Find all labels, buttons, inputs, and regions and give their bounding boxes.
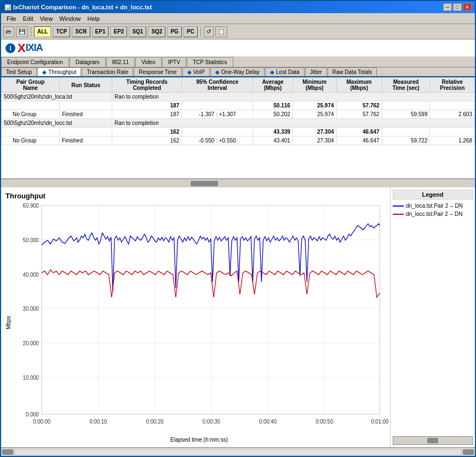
tab-tcp-statistics[interactable]: TCP Statistics xyxy=(187,57,233,67)
col-maximum: Maximum(Mbps) xyxy=(336,78,382,93)
svg-rect-0 xyxy=(42,205,380,414)
status-cell: Finished xyxy=(60,110,112,119)
toolbar-separator-2 xyxy=(200,27,201,37)
svg-text:20.000: 20.000 xyxy=(23,340,39,346)
col-average: Average(Mbps) xyxy=(253,78,293,93)
tab-transaction-rate[interactable]: Transaction Rate xyxy=(82,67,133,76)
tab-iptv[interactable]: IPTV xyxy=(162,57,186,67)
filter-ep2[interactable]: EP2 xyxy=(110,26,127,37)
col-run-status: Run Status xyxy=(60,78,112,93)
menu-window[interactable]: Window xyxy=(56,15,84,22)
window-title: IxChariot Comparison - dn_loca.tst + dn_… xyxy=(13,4,152,10)
average-cell: 43.339 xyxy=(253,128,293,136)
main-content: Throughput Mbps xyxy=(1,187,475,447)
toolbar-save[interactable]: 💾 xyxy=(16,26,28,37)
col-minimum: Minimum(Mbps) xyxy=(293,78,336,93)
logo-text: IXIA xyxy=(26,42,43,54)
table-row: 162 43.339 27.304 46.647 xyxy=(2,128,475,136)
throughput-icon: ◆ xyxy=(42,69,47,75)
timing-cell: 187 xyxy=(112,101,182,110)
filter-sq1[interactable]: SQ1 xyxy=(129,26,146,37)
tab-lost-data[interactable]: ◆Lost Data xyxy=(265,67,305,76)
minimum-cell: 27.304 xyxy=(293,136,336,145)
timing-cell: 162 xyxy=(112,136,182,145)
toolbar-open[interactable]: 🗁 xyxy=(3,26,14,37)
chart-inner: 60.900 50.000 40.000 30.000 20.000 10.00… xyxy=(13,202,386,443)
tab-raw-data-totals[interactable]: Raw Data Totals xyxy=(328,67,377,76)
status-cell xyxy=(60,101,112,110)
svg-text:0:00:00: 0:00:00 xyxy=(33,418,50,424)
tab-test-setup[interactable]: Test Setup xyxy=(1,67,37,76)
svg-text:0:00:30: 0:00:30 xyxy=(203,418,220,424)
tabs-row2: Test Setup ◆Throughput Transaction Rate … xyxy=(1,67,475,77)
svg-text:0:01:00: 0:01:00 xyxy=(371,418,388,424)
tab-endpoint-config[interactable]: Endpoint Configuration xyxy=(1,57,69,67)
menu-edit[interactable]: Edit xyxy=(20,15,37,22)
col-pair-group: Pair GroupName xyxy=(2,78,60,93)
logo-bar: i X IXIA xyxy=(1,39,475,57)
svg-text:30.000: 30.000 xyxy=(23,306,39,312)
minimum-cell: 27.304 xyxy=(293,128,336,136)
close-button[interactable]: ✕ xyxy=(463,3,472,11)
average-cell: 43.401 xyxy=(253,136,293,145)
table-row: No Group Finished 187 -1.307 : +1.307 50… xyxy=(2,110,475,119)
filter-all[interactable]: ALL xyxy=(34,26,51,37)
precision-cell: 2.603 xyxy=(430,110,475,119)
tab-response-time[interactable]: Response Time xyxy=(134,67,181,76)
table-h-scrollbar[interactable] xyxy=(1,179,475,187)
measured-cell xyxy=(382,101,430,110)
table-row: 500\5ghz\20mhz\dn_locc.tst Ran to comple… xyxy=(2,119,475,128)
tab-throughput[interactable]: ◆Throughput xyxy=(37,67,81,76)
chart-svg: 60.900 50.000 40.000 30.000 20.000 10.00… xyxy=(13,202,386,436)
svg-text:60.900: 60.900 xyxy=(23,203,39,209)
maximize-button[interactable]: □ xyxy=(453,3,462,11)
chart-wrapper: Mbps xyxy=(5,202,386,443)
legend-line-2 xyxy=(393,214,404,215)
legend-label-2: dn_locc.tst:Pair 2 -- DN xyxy=(406,211,462,217)
col-confidence: 95% ConfidenceInterval xyxy=(182,78,253,93)
menu-file[interactable]: File xyxy=(3,15,20,22)
confidence-cell xyxy=(182,101,253,110)
status-cell xyxy=(60,128,112,136)
filter-tcp[interactable]: TCP xyxy=(53,26,70,37)
filter-scr[interactable]: SCR xyxy=(72,26,90,37)
average-cell: 50.202 xyxy=(253,110,293,119)
toolbar-export[interactable]: 📋 xyxy=(215,26,227,37)
filter-sq2[interactable]: SQ2 xyxy=(148,26,165,37)
minimize-button[interactable]: ─ xyxy=(443,3,452,11)
legend-title: Legend xyxy=(393,190,473,199)
status-cell: Finished xyxy=(60,136,112,145)
measured-cell: 59.599 xyxy=(382,110,430,119)
status-cell: Ran to completion xyxy=(112,93,475,101)
tab-video[interactable]: Video xyxy=(135,57,161,67)
toolbar-refresh[interactable]: ↺ xyxy=(204,26,214,37)
tab-datagram[interactable]: Datagram xyxy=(70,57,106,67)
minimum-cell: 25.974 xyxy=(293,101,336,110)
timing-cell: 162 xyxy=(112,128,182,136)
tab-jitter[interactable]: Jitter xyxy=(305,67,327,76)
menu-view[interactable]: View xyxy=(37,15,56,22)
legend-item-1: dn_loca.tst:Pair 2 -- DN xyxy=(393,203,473,209)
toolbar: 🗁 💾 ALL TCP SCR EP1 EP2 SQ1 SQ2 PG PC ↺ … xyxy=(1,24,475,39)
minimum-cell: 25.974 xyxy=(293,110,336,119)
filter-pc[interactable]: PC xyxy=(183,26,198,37)
filter-pg[interactable]: PG xyxy=(167,26,181,37)
legend-label-1: dn_loca.tst:Pair 2 -- DN xyxy=(406,203,463,209)
chart-title: Throughput xyxy=(5,192,386,200)
title-bar-controls: ─ □ ✕ xyxy=(443,3,472,11)
logo-x: X xyxy=(18,41,26,55)
svg-text:10.000: 10.000 xyxy=(23,375,39,381)
legend-spacer xyxy=(393,218,473,436)
legend-scrollbar[interactable] xyxy=(393,436,473,445)
menu-help[interactable]: Help xyxy=(84,15,103,22)
bottom-scrollbar[interactable] xyxy=(1,447,475,456)
tab-802-11[interactable]: 802.11 xyxy=(106,57,135,67)
precision-cell: 1.268 xyxy=(430,136,475,145)
tab-one-way-delay[interactable]: ◆One-Way Delay xyxy=(210,67,265,76)
tab-voip[interactable]: ◆VoIP xyxy=(182,67,210,76)
group-cell xyxy=(2,128,60,136)
col-precision: RelativePrecision xyxy=(430,78,475,93)
lost-data-icon: ◆ xyxy=(270,69,274,75)
filter-ep1[interactable]: EP1 xyxy=(92,26,109,37)
status-cell: Ran to completion xyxy=(112,119,475,128)
